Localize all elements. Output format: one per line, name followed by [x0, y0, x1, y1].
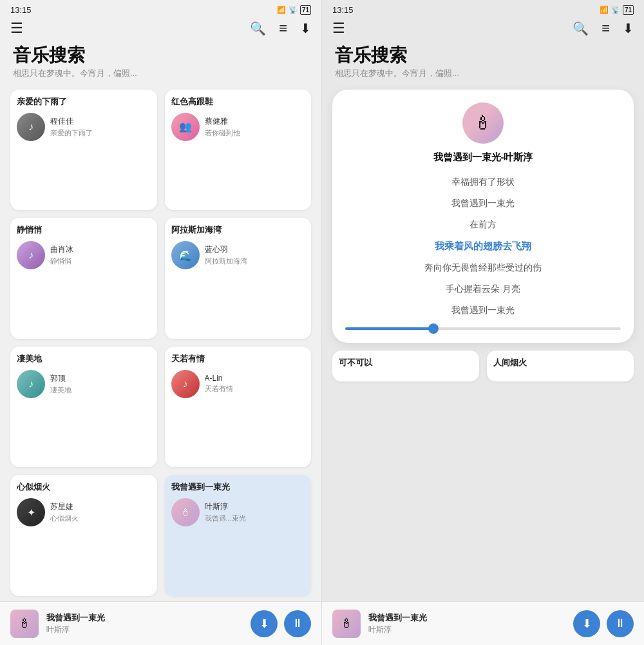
song-name-song7: 心似烟火 — [50, 514, 151, 523]
bottom-card-title-bottom2: 人间烟火 — [493, 357, 627, 369]
song-name-song5: 凄美地 — [50, 385, 151, 395]
top-nav-left: ☰ 🔍 ≡ ⬇ — [0, 17, 321, 42]
song-card-title-song4: 阿拉斯加海湾 — [171, 224, 305, 236]
song-card-title-song2: 红色高跟鞋 — [171, 96, 305, 108]
song-avatar-song4: 🌊 — [171, 241, 200, 269]
lyric-line-0: 幸福拥有了形状 — [345, 175, 621, 189]
hamburger-menu-right[interactable]: ☰ — [332, 20, 345, 37]
lyric-progress[interactable] — [345, 327, 621, 330]
page-title-area-left: 音乐搜索 相思只在梦魂中。今宵月，偏照... — [0, 42, 321, 84]
song-info-song2: 蔡健雅 若你碰到他 — [205, 116, 305, 138]
wifi-icon-right: 📡 — [611, 6, 620, 14]
lyric-card: 🕯 我曾遇到一束光-叶斯淳 幸福拥有了形状我曾遇到一束光在前方我乘着风的翅膀去飞… — [332, 90, 634, 343]
lyric-line-1: 我曾遇到一束光 — [345, 197, 621, 210]
wifi-icon: 📡 — [289, 6, 298, 14]
signal-icon: 📶 — [277, 6, 286, 14]
song-name-song6: 天若有情 — [205, 384, 305, 394]
song-artist-song6: A-Lin — [205, 374, 305, 383]
song-card-song6[interactable]: 天若有情 ♪ A-Lin 天若有情 — [165, 347, 312, 468]
song-card-song7[interactable]: 心似烟火 ✦ 苏星婕 心似烟火 — [10, 475, 157, 596]
bottom-card-bottom2[interactable]: 人间烟火 — [487, 351, 634, 381]
download-button-left[interactable]: ⬇ — [251, 610, 278, 637]
song-avatar-song7: ✦ — [17, 498, 45, 526]
status-bar-left: 13:15 📶 📡 71 — [0, 0, 321, 17]
player-thumb-right: 🕯 — [332, 610, 361, 638]
download-icon-right[interactable]: ⬇ — [623, 21, 634, 36]
song-name-song2: 若你碰到他 — [205, 128, 305, 138]
song-info-song3: 曲肖冰 静悄悄 — [50, 244, 151, 266]
song-card-body-song5: ♪ 郭顶 凄美地 — [17, 370, 151, 398]
lyric-line-3: 我乘着风的翅膀去飞翔 — [345, 239, 621, 254]
player-controls-left: ⬇ ⏸ — [251, 610, 311, 637]
bottom-song-row-right: 可不可以人间烟火 — [322, 351, 644, 389]
playlist-icon-right[interactable]: ≡ — [601, 20, 610, 37]
song-artist-song3: 曲肖冰 — [50, 244, 151, 255]
song-card-song1[interactable]: 亲爱的下雨了 ♪ 程佳佳 亲爱的下雨了 — [10, 90, 157, 211]
lyric-line-6: 我曾遇到一束光 — [345, 303, 621, 317]
hamburger-menu-left[interactable]: ☰ — [10, 20, 23, 37]
player-title-left: 我曾遇到一束光 — [46, 612, 243, 624]
player-info-left: 我曾遇到一束光 叶斯淳 — [46, 612, 243, 635]
page-title-left: 音乐搜索 — [13, 44, 308, 66]
song-name-song4: 阿拉斯加海湾 — [205, 256, 305, 266]
search-icon-left[interactable]: 🔍 — [250, 21, 266, 36]
lyric-lines: 幸福拥有了形状我曾遇到一束光在前方我乘着风的翅膀去飞翔奔向你无畏曾经那些受过的伤… — [345, 175, 621, 318]
lyric-album-icon: 🕯 — [473, 112, 493, 134]
song-artist-song2: 蔡健雅 — [205, 116, 305, 127]
song-card-body-song6: ♪ A-Lin 天若有情 — [171, 370, 305, 398]
song-card-song8[interactable]: 我曾遇到一束光 🕯 叶斯淳 我曾遇...束光 — [165, 475, 312, 596]
bottom-player-left: 🕯 我曾遇到一束光 叶斯淳 ⬇ ⏸ — [0, 601, 321, 645]
pause-button-right[interactable]: ⏸ — [607, 610, 634, 637]
song-info-song5: 郭顶 凄美地 — [50, 373, 151, 395]
player-artist-left: 叶斯淳 — [46, 624, 243, 635]
progress-bar-fill — [345, 327, 433, 330]
song-name-song8: 我曾遇...束光 — [205, 514, 305, 523]
song-card-body-song8: 🕯 叶斯淳 我曾遇...束光 — [171, 498, 305, 526]
progress-dot — [428, 323, 439, 334]
song-artist-song7: 苏星婕 — [50, 501, 151, 512]
song-info-song8: 叶斯淳 我曾遇...束光 — [205, 501, 305, 523]
right-panel: 13:15 📶 📡 71 ☰ 🔍 ≡ ⬇ 音乐搜索 相思只在梦魂中。今宵月，偏照… — [322, 0, 644, 645]
song-info-song1: 程佳佳 亲爱的下雨了 — [50, 116, 151, 138]
song-artist-song1: 程佳佳 — [50, 116, 151, 127]
player-info-right: 我曾遇到一束光 叶斯淳 — [368, 612, 565, 635]
song-artist-song4: 蓝心羽 — [205, 244, 305, 255]
lyric-line-2: 在前方 — [345, 218, 621, 231]
status-time-left: 13:15 — [10, 5, 32, 15]
page-title-right: 音乐搜索 — [335, 44, 631, 66]
bottom-card-title-bottom1: 可不可以 — [339, 357, 473, 369]
download-icon-left[interactable]: ⬇ — [300, 21, 311, 36]
status-bar-right: 13:15 📶 📡 71 — [322, 0, 644, 17]
player-artist-right: 叶斯淳 — [368, 624, 565, 635]
playlist-icon-left[interactable]: ≡ — [279, 20, 287, 37]
player-controls-right: ⬇ ⏸ — [573, 610, 634, 637]
song-card-title-song3: 静悄悄 — [17, 224, 151, 236]
song-card-body-song1: ♪ 程佳佳 亲爱的下雨了 — [17, 113, 151, 141]
lyric-album-art: 🕯 — [345, 102, 621, 144]
search-icon-right[interactable]: 🔍 — [573, 21, 589, 36]
song-avatar-song2: 👥 — [171, 113, 200, 141]
page-subtitle-right: 相思只在梦魂中。今宵月，偏照... — [335, 68, 631, 79]
bottom-card-bottom1[interactable]: 可不可以 — [332, 351, 479, 381]
song-card-title-song5: 凄美地 — [17, 353, 151, 365]
song-avatar-song3: ♪ — [17, 241, 45, 269]
song-card-body-song3: ♪ 曲肖冰 静悄悄 — [17, 241, 151, 269]
song-card-song2[interactable]: 红色高跟鞋 👥 蔡健雅 若你碰到他 — [165, 90, 312, 211]
download-button-right[interactable]: ⬇ — [573, 610, 600, 637]
song-info-song6: A-Lin 天若有情 — [205, 374, 305, 394]
song-avatar-song8: 🕯 — [171, 498, 200, 526]
song-card-song4[interactable]: 阿拉斯加海湾 🌊 蓝心羽 阿拉斯加海湾 — [165, 218, 312, 339]
song-card-song5[interactable]: 凄美地 ♪ 郭顶 凄美地 — [10, 347, 157, 468]
progress-bar-bg[interactable] — [345, 327, 621, 330]
page-title-area-right: 音乐搜索 相思只在梦魂中。今宵月，偏照... — [322, 42, 644, 84]
song-name-song3: 静悄悄 — [50, 256, 151, 266]
status-time-right: 13:15 — [332, 5, 354, 15]
song-card-song3[interactable]: 静悄悄 ♪ 曲肖冰 静悄悄 — [10, 218, 157, 339]
bottom-player-right: 🕯 我曾遇到一束光 叶斯淳 ⬇ ⏸ — [322, 601, 644, 645]
pause-button-left[interactable]: ⏸ — [284, 610, 311, 637]
lyric-line-4: 奔向你无畏曾经那些受过的伤 — [345, 261, 621, 274]
song-card-title-song1: 亲爱的下雨了 — [17, 96, 151, 108]
song-info-song7: 苏星婕 心似烟火 — [50, 501, 151, 523]
lyric-line-5: 手心握着云朵 月亮 — [345, 282, 621, 296]
battery-icon: 71 — [300, 5, 311, 15]
